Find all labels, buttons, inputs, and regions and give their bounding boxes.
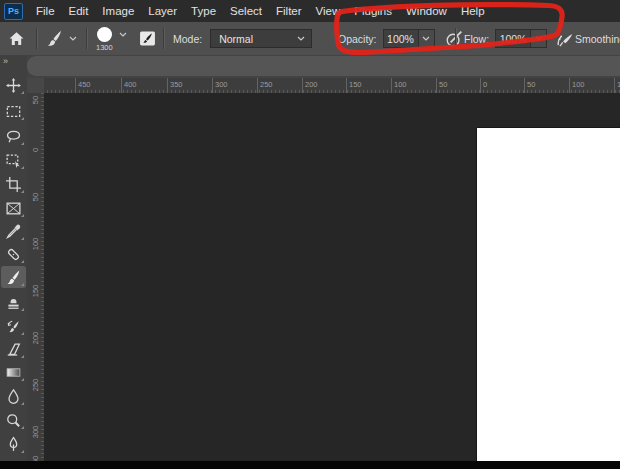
eraser-icon (5, 341, 22, 358)
lasso-icon (5, 128, 22, 145)
healing-brush-icon (5, 246, 22, 263)
ruler-tick (302, 78, 303, 93)
home-icon (8, 31, 25, 46)
home-button[interactable] (8, 31, 25, 46)
menu-window[interactable]: Window (406, 5, 447, 17)
ruler-tick (75, 78, 76, 93)
ruler-label: 300 (215, 80, 228, 89)
brush-tool[interactable] (1, 266, 26, 288)
menu-edit[interactable]: Edit (69, 5, 89, 17)
ruler-label: 0 (483, 80, 487, 89)
flow-input[interactable]: 100% (495, 29, 531, 48)
object-selection-tool[interactable] (1, 149, 26, 171)
menu-image[interactable]: Image (102, 5, 134, 17)
bottom-bar (0, 461, 620, 469)
flow-dropdown-button[interactable] (531, 29, 547, 48)
toolbar-expand-button[interactable]: » (3, 56, 7, 66)
clone-stamp-tool[interactable] (1, 291, 26, 313)
marquee-icon (5, 103, 22, 120)
ruler-tick (614, 78, 615, 93)
brush-preview: 1300 (96, 27, 113, 52)
brush-panel-icon (139, 30, 156, 47)
ruler-label: 450 (78, 80, 91, 89)
tool-bar: » (0, 55, 27, 461)
gradient-tool[interactable] (1, 361, 26, 383)
brush-size-picker[interactable]: 1300 (96, 27, 127, 52)
ruler-tick (569, 78, 570, 93)
history-brush-tool[interactable] (1, 315, 26, 337)
toggle-brush-settings-button[interactable] (139, 30, 156, 47)
ruler-tick (167, 78, 168, 93)
ruler-tick (212, 78, 213, 93)
move-icon (5, 77, 22, 94)
brush-tip-circle (97, 27, 112, 42)
pressure-opacity-icon[interactable] (445, 30, 463, 48)
clone-stamp-icon (5, 294, 22, 311)
ruler-label: 250 (29, 377, 43, 394)
eraser-tool[interactable] (1, 338, 26, 360)
vertical-ruler: 50 0 50 100 150 200 250 300 350 (27, 93, 44, 461)
menu-items: File Edit Image Layer Type Select Filter… (36, 5, 485, 17)
menu-bar: Ps File Edit Image Layer Type Select Fil… (0, 0, 620, 22)
ruler-label: 50 (527, 80, 535, 89)
menu-type[interactable]: Type (191, 5, 216, 17)
menu-view[interactable]: View (316, 5, 341, 17)
crop-tool[interactable] (1, 173, 26, 195)
document-tab[interactable] (27, 56, 620, 76)
ruler-tick (257, 78, 258, 93)
opacity-input[interactable]: 100% (383, 29, 419, 48)
brush-icon (45, 29, 64, 48)
menu-filter[interactable]: Filter (276, 5, 302, 17)
options-bar: 1300 Mode: Normal Opacity: 100% (0, 22, 620, 55)
separator (455, 28, 457, 49)
menu-plugins[interactable]: Plugins (354, 5, 392, 17)
ruler-label: 350 (170, 80, 183, 89)
healing-brush-tool[interactable] (1, 243, 26, 265)
ruler-tick (436, 78, 437, 93)
smoothing-group: Smoothing (575, 22, 620, 55)
flow-group: Flow: 100% (464, 22, 575, 55)
ruler-label: 400 (124, 80, 137, 89)
gradient-icon (5, 364, 22, 381)
menu-select[interactable]: Select (230, 5, 262, 17)
ruler-label: 200 (305, 80, 318, 89)
menu-help[interactable]: Help (461, 5, 485, 17)
brush-tool-preset[interactable] (45, 29, 77, 48)
crop-icon (5, 176, 22, 193)
separator (36, 28, 38, 49)
pen-icon (5, 436, 22, 453)
ruler-label: 50 (29, 92, 43, 109)
marquee-tool[interactable] (1, 100, 26, 122)
separator (86, 28, 88, 49)
separator (163, 28, 165, 49)
airbrush-icon[interactable] (555, 30, 575, 48)
eyedropper-icon (5, 223, 22, 240)
ruler-label: 50 (439, 80, 447, 89)
horizontal-ruler: 450 400 350 300 250 200 150 100 50 0 50 … (27, 78, 620, 93)
ruler-tick (121, 78, 122, 93)
ruler-tick (480, 78, 481, 93)
document-canvas[interactable] (477, 128, 620, 461)
opacity-dropdown-button[interactable] (419, 29, 435, 48)
dodge-tool[interactable] (1, 409, 26, 431)
mode-dropdown[interactable]: Normal (210, 29, 312, 48)
ruler-label: 200 (29, 330, 43, 347)
blur-tool[interactable] (1, 385, 26, 407)
menu-file[interactable]: File (36, 5, 55, 17)
ruler-label: 50 (29, 189, 43, 206)
eyedropper-tool[interactable] (1, 220, 26, 242)
mode-label: Mode: (173, 33, 202, 45)
pen-tool[interactable] (1, 433, 26, 455)
blur-drop-icon (5, 388, 22, 405)
frame-tool[interactable] (1, 197, 26, 219)
move-tool[interactable] (1, 74, 26, 96)
lasso-tool[interactable] (1, 125, 26, 147)
ruler-label: 300 (29, 424, 43, 441)
photoshop-logo: Ps (4, 3, 23, 20)
brush-icon (5, 269, 22, 286)
ruler-label: 150 (29, 283, 43, 300)
chevron-down-icon (297, 36, 305, 41)
smoothing-label: Smoothing (575, 33, 620, 45)
menu-layer[interactable]: Layer (148, 5, 177, 17)
chevron-down-icon (422, 36, 430, 41)
